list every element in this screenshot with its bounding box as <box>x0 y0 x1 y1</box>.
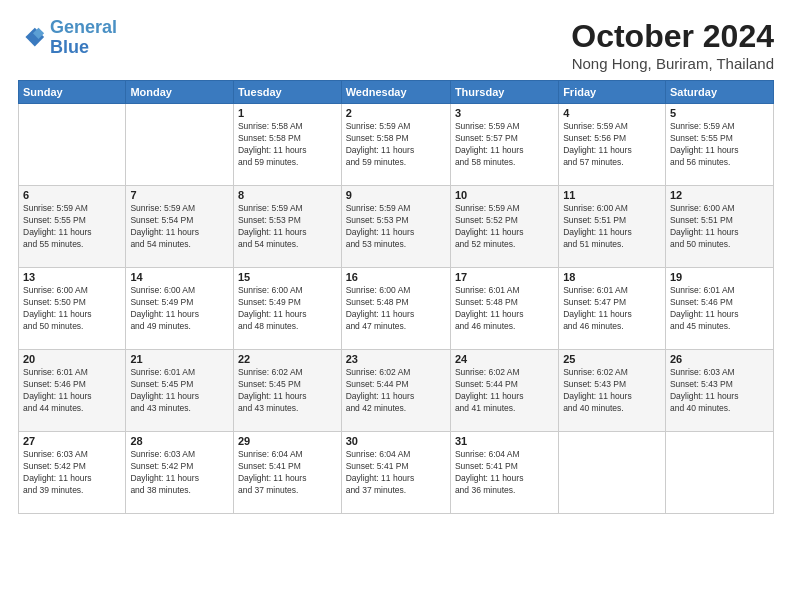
day-header-thursday: Thursday <box>450 81 558 104</box>
day-info: Sunrise: 6:04 AM Sunset: 5:41 PM Dayligh… <box>455 449 554 497</box>
day-info: Sunrise: 6:00 AM Sunset: 5:48 PM Dayligh… <box>346 285 446 333</box>
day-number: 1 <box>238 107 337 119</box>
day-number: 8 <box>238 189 337 201</box>
calendar-body: 1Sunrise: 5:58 AM Sunset: 5:58 PM Daylig… <box>19 104 774 514</box>
day-number: 15 <box>238 271 337 283</box>
calendar-header: SundayMondayTuesdayWednesdayThursdayFrid… <box>19 81 774 104</box>
calendar-cell: 8Sunrise: 5:59 AM Sunset: 5:53 PM Daylig… <box>233 186 341 268</box>
day-number: 21 <box>130 353 229 365</box>
calendar-cell: 15Sunrise: 6:00 AM Sunset: 5:49 PM Dayli… <box>233 268 341 350</box>
week-row: 27Sunrise: 6:03 AM Sunset: 5:42 PM Dayli… <box>19 432 774 514</box>
calendar-cell: 7Sunrise: 5:59 AM Sunset: 5:54 PM Daylig… <box>126 186 234 268</box>
calendar-cell: 22Sunrise: 6:02 AM Sunset: 5:45 PM Dayli… <box>233 350 341 432</box>
day-number: 11 <box>563 189 661 201</box>
day-info: Sunrise: 6:03 AM Sunset: 5:43 PM Dayligh… <box>670 367 769 415</box>
month-title: October 2024 <box>571 18 774 55</box>
calendar-cell <box>19 104 126 186</box>
day-header-tuesday: Tuesday <box>233 81 341 104</box>
calendar-cell: 25Sunrise: 6:02 AM Sunset: 5:43 PM Dayli… <box>559 350 666 432</box>
calendar-cell <box>665 432 773 514</box>
calendar-cell: 6Sunrise: 5:59 AM Sunset: 5:55 PM Daylig… <box>19 186 126 268</box>
calendar-cell: 18Sunrise: 6:01 AM Sunset: 5:47 PM Dayli… <box>559 268 666 350</box>
day-header-wednesday: Wednesday <box>341 81 450 104</box>
calendar-cell: 29Sunrise: 6:04 AM Sunset: 5:41 PM Dayli… <box>233 432 341 514</box>
logo-icon <box>18 24 46 52</box>
logo-line2: Blue <box>50 37 89 57</box>
calendar-cell: 10Sunrise: 5:59 AM Sunset: 5:52 PM Dayli… <box>450 186 558 268</box>
day-number: 31 <box>455 435 554 447</box>
day-number: 9 <box>346 189 446 201</box>
day-info: Sunrise: 6:02 AM Sunset: 5:44 PM Dayligh… <box>455 367 554 415</box>
calendar-cell: 12Sunrise: 6:00 AM Sunset: 5:51 PM Dayli… <box>665 186 773 268</box>
day-header-sunday: Sunday <box>19 81 126 104</box>
calendar-cell: 13Sunrise: 6:00 AM Sunset: 5:50 PM Dayli… <box>19 268 126 350</box>
day-number: 14 <box>130 271 229 283</box>
day-number: 12 <box>670 189 769 201</box>
day-info: Sunrise: 6:03 AM Sunset: 5:42 PM Dayligh… <box>130 449 229 497</box>
day-info: Sunrise: 6:03 AM Sunset: 5:42 PM Dayligh… <box>23 449 121 497</box>
day-info: Sunrise: 6:01 AM Sunset: 5:47 PM Dayligh… <box>563 285 661 333</box>
calendar-cell: 1Sunrise: 5:58 AM Sunset: 5:58 PM Daylig… <box>233 104 341 186</box>
calendar-cell: 28Sunrise: 6:03 AM Sunset: 5:42 PM Dayli… <box>126 432 234 514</box>
day-number: 28 <box>130 435 229 447</box>
calendar-cell <box>559 432 666 514</box>
calendar-cell: 21Sunrise: 6:01 AM Sunset: 5:45 PM Dayli… <box>126 350 234 432</box>
day-number: 5 <box>670 107 769 119</box>
calendar-cell: 19Sunrise: 6:01 AM Sunset: 5:46 PM Dayli… <box>665 268 773 350</box>
day-number: 13 <box>23 271 121 283</box>
day-info: Sunrise: 6:04 AM Sunset: 5:41 PM Dayligh… <box>346 449 446 497</box>
calendar-cell: 5Sunrise: 5:59 AM Sunset: 5:55 PM Daylig… <box>665 104 773 186</box>
day-info: Sunrise: 6:00 AM Sunset: 5:51 PM Dayligh… <box>670 203 769 251</box>
week-row: 6Sunrise: 5:59 AM Sunset: 5:55 PM Daylig… <box>19 186 774 268</box>
day-info: Sunrise: 6:01 AM Sunset: 5:48 PM Dayligh… <box>455 285 554 333</box>
day-number: 26 <box>670 353 769 365</box>
day-info: Sunrise: 6:01 AM Sunset: 5:45 PM Dayligh… <box>130 367 229 415</box>
calendar-cell: 26Sunrise: 6:03 AM Sunset: 5:43 PM Dayli… <box>665 350 773 432</box>
logo: General Blue <box>18 18 117 58</box>
week-row: 20Sunrise: 6:01 AM Sunset: 5:46 PM Dayli… <box>19 350 774 432</box>
week-row: 13Sunrise: 6:00 AM Sunset: 5:50 PM Dayli… <box>19 268 774 350</box>
day-number: 17 <box>455 271 554 283</box>
day-number: 30 <box>346 435 446 447</box>
day-info: Sunrise: 6:01 AM Sunset: 5:46 PM Dayligh… <box>670 285 769 333</box>
day-number: 23 <box>346 353 446 365</box>
day-number: 24 <box>455 353 554 365</box>
calendar-cell: 27Sunrise: 6:03 AM Sunset: 5:42 PM Dayli… <box>19 432 126 514</box>
day-info: Sunrise: 5:59 AM Sunset: 5:53 PM Dayligh… <box>346 203 446 251</box>
page: General Blue October 2024 Nong Hong, Bur… <box>0 0 792 612</box>
calendar-cell: 11Sunrise: 6:00 AM Sunset: 5:51 PM Dayli… <box>559 186 666 268</box>
calendar-cell: 4Sunrise: 5:59 AM Sunset: 5:56 PM Daylig… <box>559 104 666 186</box>
day-number: 4 <box>563 107 661 119</box>
day-info: Sunrise: 5:59 AM Sunset: 5:52 PM Dayligh… <box>455 203 554 251</box>
logo-text: General Blue <box>50 18 117 58</box>
day-info: Sunrise: 6:00 AM Sunset: 5:50 PM Dayligh… <box>23 285 121 333</box>
day-info: Sunrise: 5:59 AM Sunset: 5:58 PM Dayligh… <box>346 121 446 169</box>
calendar-cell <box>126 104 234 186</box>
day-header-friday: Friday <box>559 81 666 104</box>
day-number: 22 <box>238 353 337 365</box>
calendar-cell: 30Sunrise: 6:04 AM Sunset: 5:41 PM Dayli… <box>341 432 450 514</box>
day-info: Sunrise: 5:59 AM Sunset: 5:55 PM Dayligh… <box>670 121 769 169</box>
week-row: 1Sunrise: 5:58 AM Sunset: 5:58 PM Daylig… <box>19 104 774 186</box>
calendar-cell: 16Sunrise: 6:00 AM Sunset: 5:48 PM Dayli… <box>341 268 450 350</box>
calendar-cell: 20Sunrise: 6:01 AM Sunset: 5:46 PM Dayli… <box>19 350 126 432</box>
calendar-cell: 17Sunrise: 6:01 AM Sunset: 5:48 PM Dayli… <box>450 268 558 350</box>
day-info: Sunrise: 6:04 AM Sunset: 5:41 PM Dayligh… <box>238 449 337 497</box>
day-info: Sunrise: 6:00 AM Sunset: 5:49 PM Dayligh… <box>130 285 229 333</box>
title-block: October 2024 Nong Hong, Buriram, Thailan… <box>571 18 774 72</box>
day-number: 27 <box>23 435 121 447</box>
day-info: Sunrise: 6:01 AM Sunset: 5:46 PM Dayligh… <box>23 367 121 415</box>
calendar-cell: 14Sunrise: 6:00 AM Sunset: 5:49 PM Dayli… <box>126 268 234 350</box>
day-info: Sunrise: 5:58 AM Sunset: 5:58 PM Dayligh… <box>238 121 337 169</box>
day-number: 25 <box>563 353 661 365</box>
calendar-cell: 3Sunrise: 5:59 AM Sunset: 5:57 PM Daylig… <box>450 104 558 186</box>
day-info: Sunrise: 5:59 AM Sunset: 5:54 PM Dayligh… <box>130 203 229 251</box>
day-number: 29 <box>238 435 337 447</box>
calendar-cell: 31Sunrise: 6:04 AM Sunset: 5:41 PM Dayli… <box>450 432 558 514</box>
day-info: Sunrise: 5:59 AM Sunset: 5:55 PM Dayligh… <box>23 203 121 251</box>
day-info: Sunrise: 5:59 AM Sunset: 5:57 PM Dayligh… <box>455 121 554 169</box>
location: Nong Hong, Buriram, Thailand <box>571 55 774 72</box>
day-number: 19 <box>670 271 769 283</box>
logo-line1: General <box>50 17 117 37</box>
day-header-saturday: Saturday <box>665 81 773 104</box>
